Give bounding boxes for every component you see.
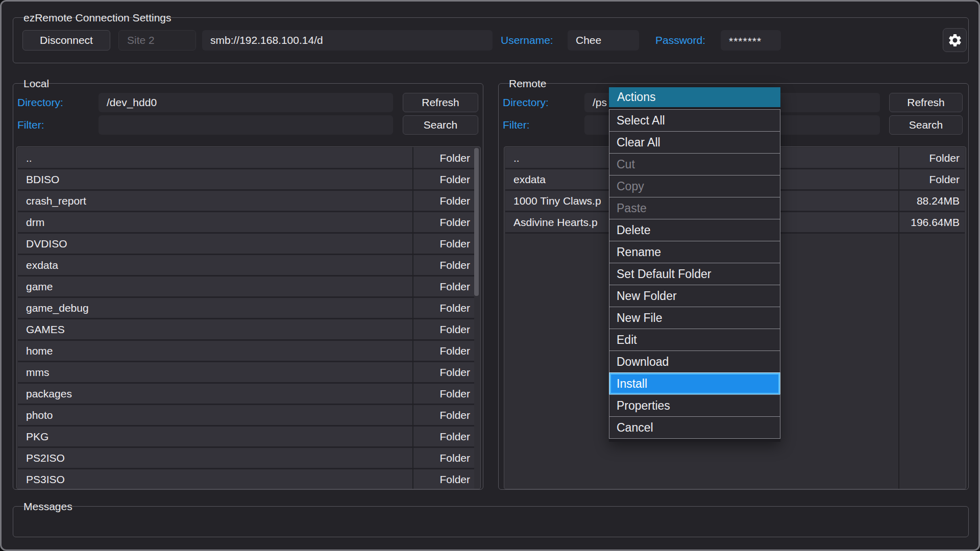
file-row[interactable]: GAMESFolder — [18, 319, 474, 339]
local-panel-legend: Local — [23, 77, 49, 90]
file-type: Folder — [412, 452, 474, 464]
local-scrollbar-thumb[interactable] — [474, 148, 479, 296]
file-name: photo — [18, 409, 412, 421]
file-row[interactable]: exdataFolder — [18, 255, 474, 275]
local-search-button[interactable]: Search — [403, 115, 478, 135]
file-type: Folder — [412, 173, 474, 186]
username-input[interactable]: Chee — [568, 30, 639, 51]
file-name: PKG — [18, 431, 412, 443]
menu-item-copy: Copy — [609, 175, 780, 197]
file-row[interactable]: ..Folder — [18, 148, 474, 168]
local-directory-label: Directory: — [17, 93, 63, 112]
disconnect-button[interactable]: Disconnect — [22, 30, 110, 51]
file-name: exdata — [18, 259, 412, 271]
menu-item-properties[interactable]: Properties — [609, 394, 780, 417]
file-type: Folder — [412, 323, 474, 336]
file-row[interactable]: game_debugFolder — [18, 298, 474, 318]
menu-item-delete[interactable]: Delete — [609, 219, 780, 241]
file-type: 196.64MB — [898, 216, 965, 229]
menu-item-new-folder[interactable]: New Folder — [609, 285, 780, 307]
file-type: Folder — [412, 345, 474, 357]
file-type: Folder — [412, 431, 474, 443]
file-name: game_debug — [18, 302, 412, 314]
file-row[interactable]: PS2ISOFolder — [18, 448, 474, 468]
remote-search-button[interactable]: Search — [889, 115, 963, 135]
file-type: Folder — [412, 152, 474, 164]
context-menu-items: Select AllClear AllCutCopyPasteDeleteRen… — [609, 109, 780, 439]
gear-icon — [947, 33, 963, 48]
file-name: mms — [18, 366, 412, 379]
site-selector[interactable]: Site 2 — [118, 30, 196, 51]
file-type: Folder — [412, 238, 474, 250]
file-type: Folder — [412, 473, 474, 486]
local-filter-input[interactable] — [99, 115, 393, 135]
file-row[interactable]: BDISOFolder — [18, 169, 474, 189]
remote-directory-label: Directory: — [503, 93, 549, 112]
file-name: drm — [18, 216, 412, 229]
column-separator — [898, 147, 899, 489]
file-row[interactable]: mmsFolder — [18, 362, 474, 382]
file-row[interactable]: packagesFolder — [18, 384, 474, 404]
messages-panel-legend: Messages — [23, 500, 72, 513]
file-row[interactable]: drmFolder — [18, 212, 474, 232]
file-type: Folder — [898, 152, 965, 164]
menu-item-cut: Cut — [609, 153, 780, 176]
file-row[interactable]: photoFolder — [18, 405, 474, 425]
file-type: Folder — [412, 259, 474, 271]
file-name: BDISO — [18, 173, 412, 186]
local-file-list[interactable]: ..FolderBDISOFoldercrash_reportFolderdrm… — [16, 146, 481, 489]
file-type: Folder — [412, 195, 474, 207]
menu-item-install[interactable]: Install — [609, 372, 780, 395]
file-name: packages — [18, 388, 412, 400]
file-row[interactable]: crash_reportFolder — [18, 191, 474, 211]
password-input[interactable]: ******* — [721, 30, 781, 51]
menu-item-rename[interactable]: Rename — [609, 241, 780, 263]
file-type: Folder — [412, 302, 474, 314]
connection-settings-panel: ezRemote Connection Settings Disconnect … — [13, 17, 969, 63]
username-value: Chee — [576, 34, 601, 46]
file-row[interactable]: gameFolder — [18, 277, 474, 296]
file-name: crash_report — [18, 195, 412, 207]
file-name: .. — [18, 152, 412, 164]
local-directory-input[interactable]: /dev_hdd0 — [99, 93, 393, 112]
local-refresh-button[interactable]: Refresh — [403, 93, 478, 112]
url-input[interactable]: smb://192.168.100.14/d — [202, 30, 493, 51]
file-type: Folder — [412, 216, 474, 229]
file-name: home — [18, 345, 412, 357]
remote-refresh-button[interactable]: Refresh — [889, 93, 963, 112]
menu-item-new-file[interactable]: New File — [609, 307, 780, 329]
column-separator — [412, 147, 413, 489]
password-masked-value: ******* — [729, 35, 762, 47]
file-type: Folder — [898, 173, 965, 186]
file-type: 88.24MB — [898, 195, 965, 207]
file-name: PS2ISO — [18, 452, 412, 464]
file-type: Folder — [412, 281, 474, 293]
local-panel: Local Directory: /dev_hdd0 Refresh Filte… — [13, 83, 483, 490]
menu-item-set-default-folder[interactable]: Set Default Folder — [609, 263, 780, 285]
file-name: DVDISO — [18, 238, 412, 250]
menu-item-cancel[interactable]: Cancel — [609, 416, 780, 439]
file-row[interactable]: PKGFolder — [18, 427, 474, 446]
file-row[interactable]: PS3ISOFolder — [18, 469, 474, 489]
password-label: Password: — [655, 30, 705, 51]
file-name: GAMES — [18, 323, 412, 336]
menu-item-download[interactable]: Download — [609, 350, 780, 373]
username-label: Username: — [501, 30, 553, 51]
file-type: Folder — [412, 409, 474, 421]
app-window: ezRemote Connection Settings Disconnect … — [0, 0, 980, 551]
menu-item-clear-all[interactable]: Clear All — [609, 131, 780, 154]
file-row[interactable]: DVDISOFolder — [18, 234, 474, 254]
file-name: game — [18, 281, 412, 293]
settings-button[interactable] — [943, 28, 967, 52]
file-name: PS3ISO — [18, 473, 412, 486]
remote-directory-value: /ps — [593, 96, 607, 108]
file-row[interactable]: homeFolder — [18, 341, 474, 361]
context-menu-title: Actions — [609, 87, 780, 107]
menu-item-select-all[interactable]: Select All — [609, 109, 780, 132]
menu-item-paste: Paste — [609, 197, 780, 219]
menu-item-edit[interactable]: Edit — [609, 329, 780, 351]
messages-panel: Messages — [13, 506, 969, 537]
url-value: smb://192.168.100.14/d — [210, 34, 323, 46]
remote-filter-label: Filter: — [503, 115, 530, 135]
remote-panel-legend: Remote — [509, 77, 547, 90]
